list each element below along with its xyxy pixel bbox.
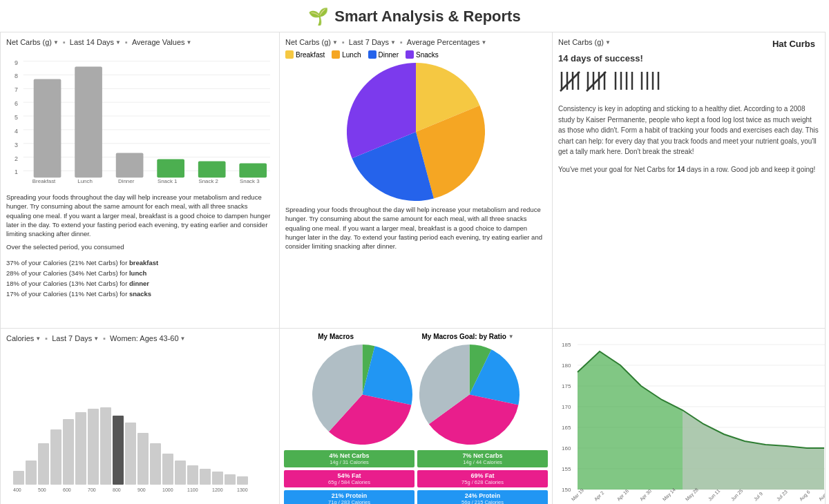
svg-line-34: [560, 72, 580, 91]
svg-text:Mar 19: Mar 19: [571, 487, 584, 501]
svg-rect-53: [75, 412, 86, 485]
calorie-chart-area: 400 500 600 700 800 900 1000 1100 1200 1…: [6, 347, 274, 485]
page-title: Smart Analysis & Reports: [334, 8, 520, 26]
svg-text:1300: 1300: [237, 487, 248, 492]
bar-chart-svg: 9 8 7 6 5 4 3 2 1: [6, 50, 274, 188]
tally-svg: [558, 69, 669, 94]
svg-rect-65: [225, 474, 236, 485]
panel1-over-period: Over the selected period, you consumed: [6, 242, 274, 251]
svg-rect-18: [34, 79, 61, 177]
svg-text:400: 400: [13, 487, 21, 492]
panel1-dropdown1[interactable]: Net Carbs (g) ▼: [6, 38, 59, 46]
svg-text:1200: 1200: [212, 487, 223, 492]
macros-pies: [284, 345, 548, 445]
chevron-down-icon: ▼: [332, 39, 338, 46]
svg-text:Aug 6: Aug 6: [799, 490, 812, 503]
panel3-dropdown1[interactable]: Net Carbs (g) ▼: [558, 38, 611, 46]
svg-text:Jun 25: Jun 25: [730, 488, 744, 502]
svg-text:6: 6: [15, 100, 18, 107]
svg-rect-62: [187, 465, 198, 485]
legend-snacks: Snacks: [406, 50, 439, 59]
svg-rect-51: [50, 429, 61, 485]
macro-bar-carbs-actual: 4% Net Carbs 14g / 31 Calories: [284, 450, 414, 467]
svg-text:Dinner: Dinner: [118, 178, 135, 184]
panel1-dropdown3[interactable]: Average Values ▼: [132, 38, 192, 46]
svg-rect-19: [75, 67, 102, 178]
svg-rect-61: [175, 461, 186, 485]
chevron-down-icon: ▼: [35, 336, 41, 342]
panel2-dropdown2[interactable]: Last 7 Days ▼: [349, 38, 396, 46]
svg-text:175: 175: [562, 383, 571, 389]
svg-rect-54: [88, 409, 99, 485]
chevron-down-icon: ▼: [481, 39, 486, 46]
svg-rect-64: [212, 472, 223, 485]
macro-bar-fat-goal: 69% Fat 75g / 628 Calories: [417, 470, 548, 487]
svg-text:8: 8: [15, 72, 18, 79]
svg-text:2: 2: [15, 155, 18, 162]
svg-text:160: 160: [562, 445, 571, 452]
macro-bar-protein-actual: 21% Protein 71g / 283 Calories: [284, 490, 414, 504]
macros-title-1: My Macros: [318, 333, 354, 340]
svg-text:Snack 2: Snack 2: [198, 178, 218, 184]
panel4-dropdowns: Calories ▼ ▪ Last 7 Days ▼ ▪ Women: Ages…: [6, 334, 274, 342]
my-macros-pie: [312, 345, 412, 445]
legend-dinner: Dinner: [368, 50, 399, 59]
legend-lunch: Lunch: [332, 50, 361, 59]
svg-text:Jun 11: Jun 11: [707, 488, 721, 502]
panel2-analysis-text: Spreading your foods throughout the day …: [285, 205, 546, 251]
panel2-dropdowns: Net Carbs (g) ▼ ▪ Last 7 Days ▼ ▪ Averag…: [285, 38, 546, 46]
svg-marker-94: [683, 410, 824, 490]
svg-text:700: 700: [88, 487, 96, 492]
main-grid: Net Carbs (g) ▼ ▪ Last 14 Days ▼ ▪ Avera…: [0, 32, 829, 504]
streak-description: Consistency is key in adopting and stick…: [558, 104, 819, 157]
svg-text:150: 150: [562, 487, 571, 493]
panel1-dropdown2[interactable]: Last 14 Days ▼: [70, 38, 121, 46]
panel1-analysis-text: Spreading your foods throughout the day …: [6, 193, 274, 238]
svg-rect-59: [150, 443, 161, 485]
panel-streak: Net Carbs (g) ▼ 14 days of success!: [553, 32, 826, 329]
panel4-dropdown3[interactable]: Women: Ages 43-60 ▼: [110, 334, 185, 342]
svg-rect-23: [239, 164, 267, 178]
svg-text:170: 170: [562, 404, 571, 410]
macros-goal-pie: [419, 345, 520, 445]
pie-chart-svg: [347, 63, 485, 201]
svg-rect-50: [38, 443, 49, 485]
svg-text:Jul 23: Jul 23: [776, 489, 788, 501]
legend-breakfast-dot: [285, 50, 294, 59]
svg-rect-63: [200, 469, 211, 485]
macro-bars-row-fat: 54% Fat 65g / 584 Calories 69% Fat 75g /…: [284, 470, 548, 487]
svg-rect-60: [162, 454, 173, 485]
svg-text:500: 500: [38, 487, 46, 492]
weight-chart-area: 185 180 175 170 165 160 155 150: [558, 334, 819, 493]
chevron-down-icon: ▼: [180, 336, 186, 342]
svg-rect-52: [63, 419, 74, 485]
macro-bar-protein-goal: 24% Protein 56g / 215 Calories: [417, 490, 548, 504]
svg-line-39: [587, 72, 606, 91]
macro-bars-row-protein: 21% Protein 71g / 283 Calories 24% Prote…: [284, 490, 548, 504]
svg-text:Apr 30: Apr 30: [639, 488, 653, 502]
calorie-chart-svg: 400 500 600 700 800 900 1000 1100 1200 1…: [6, 347, 276, 498]
panel2-dropdown1[interactable]: Net Carbs (g) ▼: [285, 38, 338, 46]
svg-text:600: 600: [63, 487, 71, 492]
svg-text:900: 900: [137, 487, 146, 492]
chevron-down-icon: ▼: [93, 336, 99, 342]
svg-rect-57: [125, 423, 136, 485]
panel4-dropdown2[interactable]: Last 7 Days ▼: [52, 334, 99, 342]
svg-text:9: 9: [15, 59, 18, 66]
header-icon: 🌱: [308, 7, 329, 26]
svg-rect-55: [100, 407, 111, 485]
svg-rect-22: [198, 162, 226, 178]
svg-text:1: 1: [15, 168, 18, 175]
panel2-dropdown3[interactable]: Average Percentages ▼: [407, 38, 487, 46]
legend-snacks-dot: [406, 50, 414, 59]
macro-bar-fat-actual: 54% Fat 65g / 584 Calories: [284, 470, 414, 487]
svg-rect-48: [13, 471, 24, 485]
svg-text:Lunch: Lunch: [77, 178, 93, 184]
panel-calorie-chart: Calories ▼ ▪ Last 7 Days ▼ ▪ Women: Ages…: [0, 329, 280, 504]
svg-rect-56: [113, 416, 124, 485]
svg-rect-66: [237, 476, 248, 485]
svg-text:Apr 2: Apr 2: [593, 490, 606, 503]
svg-rect-58: [137, 433, 149, 485]
panel4-dropdown1[interactable]: Calories ▼: [6, 334, 41, 342]
panel1-stats: 37% of your Calories (21% Net Carbs) for…: [6, 258, 274, 300]
